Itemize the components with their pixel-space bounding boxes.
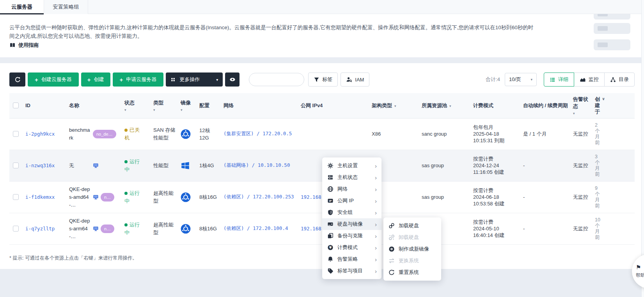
more-actions-button[interactable]: 更多操作 ▾	[166, 72, 223, 87]
chevron-right-icon: ›	[375, 233, 377, 239]
tab-placement-group[interactable]: 安置策略组	[44, 0, 88, 14]
menu-item-label: 加载硬盘	[399, 222, 419, 229]
billing-line: 2025-04-18	[473, 131, 516, 137]
iam-button[interactable]: IAM	[341, 72, 369, 87]
server-id-link[interactable]: i-q7yzlltp	[25, 226, 55, 232]
request-server-button[interactable]: + 申请云服务器	[113, 72, 164, 87]
submenu-item-制作成新镜像[interactable]: 制作成新镜像	[383, 243, 441, 255]
type-cell: 性能型	[151, 150, 179, 181]
billing-cell: 按需计费2024-05-1016:40:14 创建	[471, 213, 521, 244]
image-cell	[179, 213, 197, 244]
billing-line: 包年包月	[473, 124, 516, 131]
copy-icon	[327, 233, 334, 239]
type-cell: SAN 存储性能型	[151, 118, 179, 150]
billing-cell: 按需计费2024-12-2411:16:05 创建	[471, 150, 521, 181]
col-header-label: 镜像	[181, 100, 191, 106]
context-menu-item-安全组[interactable]: 安全组›	[322, 207, 381, 218]
create-server-button[interactable]: + 创建云服务器	[28, 72, 79, 87]
refresh-button[interactable]	[9, 72, 25, 87]
menu-item-label: 主机状态	[337, 174, 358, 181]
server-id-link[interactable]: i-2pgh9kcx	[25, 131, 55, 137]
context-menu-item-硬盘与镜像[interactable]: 硬盘与镜像›	[322, 218, 381, 230]
server-id-link[interactable]: i-f1dkemxx	[25, 194, 55, 200]
image-cell	[179, 181, 197, 213]
config-cell: 8核16G	[197, 181, 222, 213]
link-broken-icon	[388, 234, 395, 240]
config-cell: 12核 12G	[197, 118, 222, 150]
monitor-icon[interactable]	[93, 194, 99, 200]
context-menu-item-标签与项目[interactable]: 标签与项目›	[322, 265, 381, 277]
col-header-label: 自动续约 / 续费周期	[523, 103, 568, 108]
create-button[interactable]: + 创建	[81, 72, 110, 87]
col-header-名称: 名称	[67, 93, 122, 118]
submenu-item-卸载硬盘: 卸载硬盘	[383, 232, 441, 243]
context-menu-item-主机状态[interactable]: 主机状态›	[322, 171, 381, 183]
disc-icon	[388, 246, 395, 252]
row-checkbox[interactable]	[13, 194, 19, 200]
col-header-网络: 网络	[222, 93, 299, 118]
menu-item-label: 告警策略	[337, 256, 358, 263]
network-link[interactable]: (集群安置区) / 172.20.0.5	[224, 131, 292, 136]
context-menu-item-备份与克隆[interactable]: 备份与克隆›	[322, 230, 381, 242]
scrollbar-track[interactable]	[641, 0, 644, 297]
view-monitor-button[interactable]: 监控	[574, 72, 605, 87]
col-header-创建于[interactable]: 创建于∨	[593, 93, 635, 118]
network-link[interactable]: (依赖区) / 172.20.100.4	[224, 225, 288, 231]
filter-icon[interactable]: ▾	[394, 104, 396, 108]
eye-icon	[229, 76, 236, 83]
visibility-button[interactable]	[225, 72, 240, 87]
filter-icon[interactable]: ▾	[153, 108, 174, 112]
network-link[interactable]: (基础网络) / 10.10.10.50	[224, 162, 290, 168]
col-header-告警状态[interactable]: 告警状态▾	[571, 93, 593, 118]
select-all-checkbox[interactable]	[13, 103, 19, 108]
plus-icon: +	[120, 77, 123, 83]
filter-icon[interactable]: ▾	[124, 108, 147, 112]
svg-text:¥: ¥	[329, 246, 332, 249]
name-cell: QKE-deps-arm64-…n…	[67, 213, 122, 244]
name-wrap: benchmarkno_de…	[69, 126, 118, 142]
submenu-item-更换系统: 更换系统	[383, 255, 441, 267]
context-menu-item-网络[interactable]: 网络›	[322, 183, 381, 195]
monitor-icon[interactable]	[93, 226, 99, 232]
col-header-类型[interactable]: 类型▾	[151, 93, 179, 118]
col-header-镜像[interactable]: 镜像▾	[179, 93, 197, 118]
col-header-label: 告警状态	[573, 96, 588, 109]
network-link[interactable]: (依赖区) / 172.20.100.253	[224, 194, 294, 200]
tip-text: * 提示: 可通过在各个资源上点击「右键」来进行常用操作。	[9, 255, 137, 262]
tree-icon	[610, 77, 616, 83]
monitor-icon[interactable]	[93, 163, 99, 168]
submenu-item-重置系统[interactable]: 重置系统	[383, 267, 441, 278]
page-size-value: 10/页	[509, 76, 521, 83]
filter-icon[interactable]: ▾	[181, 108, 193, 112]
search-input[interactable]	[249, 73, 304, 86]
chevron-down-icon: ▾	[216, 78, 218, 82]
col-header-状态[interactable]: 状态▾	[122, 93, 151, 118]
tag-filter-button[interactable]: 标签	[308, 72, 338, 87]
col-header-所属资源池[interactable]: 所属资源池▾	[420, 93, 471, 118]
filter-icon[interactable]: ▾	[449, 104, 451, 108]
table-header-row: ID名称状态▾类型▾镜像▾配置网络公网 IPv4架构类型▾所属资源池▾计费模式自…	[9, 93, 635, 118]
row-checkbox[interactable]	[13, 131, 19, 137]
network-cell: (依赖区) / 172.20.100.253	[222, 181, 299, 213]
row-checkbox[interactable]	[13, 163, 19, 168]
created-value: 10 个月前	[595, 217, 603, 240]
row-checkbox[interactable]	[13, 226, 19, 232]
created-value: 3 个月前	[595, 154, 603, 177]
network-cell: (集群安置区) / 172.20.0.5	[222, 118, 299, 150]
usage-guide-link[interactable]: 使用指南	[9, 42, 39, 49]
server-id-link[interactable]: i-nzwq316x	[25, 163, 55, 168]
sort-icon[interactable]: ∨	[602, 97, 605, 115]
context-menu-item-告警策略[interactable]: 告警策略›	[322, 253, 381, 265]
filter-icon[interactable]: ▾	[573, 111, 588, 115]
created-cell: 10 个月前	[593, 213, 635, 244]
tab-cloud-server[interactable]: 云服务器	[0, 0, 44, 14]
context-menu-item-主机设置[interactable]: 主机设置›	[322, 160, 381, 171]
view-catalog-button[interactable]: 目录	[604, 72, 635, 87]
context-menu-item-公网 IP[interactable]: IP公网 IP›	[322, 195, 381, 207]
submenu-item-加载硬盘[interactable]: 加载硬盘	[383, 220, 441, 232]
col-header-架构类型[interactable]: 架构类型▾	[370, 93, 420, 118]
page-size-select[interactable]: 10/页 ▾	[505, 73, 537, 86]
col-header-label: 类型	[153, 100, 163, 106]
context-menu-item-计费模式[interactable]: ¥计费模式›	[322, 242, 381, 253]
view-detail-button[interactable]: 详细	[544, 72, 574, 87]
